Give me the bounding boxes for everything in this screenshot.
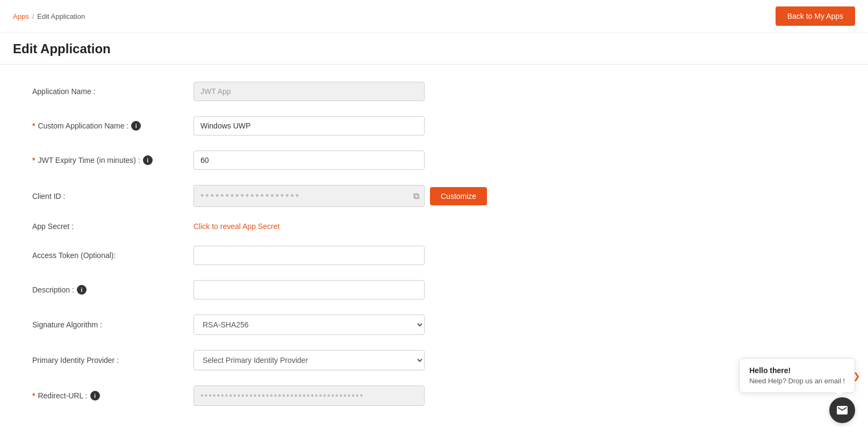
- page-header: Apps / Edit Application Back to My Apps: [0, 0, 868, 33]
- access-token-input[interactable]: [193, 246, 425, 265]
- chat-bubble-title: Hello there!: [749, 366, 845, 375]
- required-star-custom: *: [32, 121, 35, 130]
- client-id-row: Client ID : ⧉ Customize: [32, 185, 505, 207]
- signature-algorithm-select[interactable]: RSA-SHA256 HS256 HS384 HS512: [193, 315, 425, 335]
- breadcrumb-current: Edit Application: [37, 12, 85, 20]
- signature-algorithm-row: Signature Algorithm : RSA-SHA256 HS256 H…: [32, 315, 505, 335]
- client-id-input-wrap: ⧉: [193, 185, 425, 207]
- required-star-jwt: *: [32, 156, 35, 165]
- jwt-expiry-label: * JWT Expiry Time (in minutes) : i: [32, 155, 193, 165]
- edit-application-form: Application Name : * Custom Application …: [0, 65, 537, 436]
- client-id-label: Client ID :: [32, 192, 193, 201]
- access-token-row: Access Token (Optional):: [32, 246, 505, 265]
- jwt-expiry-row: * JWT Expiry Time (in minutes) : i: [32, 151, 505, 170]
- required-star-redirect: *: [32, 391, 35, 400]
- redirect-url-label: * Redirect-URL : i: [32, 391, 193, 401]
- redirect-url-input: [193, 385, 425, 406]
- primary-idp-row: Primary Identity Provider : Select Prima…: [32, 350, 505, 370]
- breadcrumb-separator: /: [32, 12, 34, 20]
- app-secret-label: App Secret :: [32, 222, 193, 231]
- primary-idp-label: Primary Identity Provider :: [32, 356, 193, 364]
- description-input[interactable]: [193, 280, 425, 299]
- chat-bubble: Hello there! Need Help? Drop us an email…: [739, 358, 855, 393]
- app-name-input[interactable]: [193, 82, 425, 101]
- description-label-text: Description :: [32, 285, 74, 294]
- description-info-icon[interactable]: i: [77, 285, 87, 295]
- app-name-row: Application Name :: [32, 82, 505, 101]
- redirect-url-info-icon[interactable]: i: [90, 391, 100, 401]
- client-id-input: [193, 185, 425, 207]
- chat-expand-arrow-icon[interactable]: ❯: [853, 370, 860, 381]
- reveal-app-secret-link[interactable]: Click to reveal App Secret: [193, 222, 279, 231]
- customize-button[interactable]: Customize: [430, 187, 487, 205]
- redirect-url-label-text: Redirect-URL :: [38, 391, 87, 400]
- page-title: Edit Application: [0, 33, 868, 65]
- signature-algorithm-label: Signature Algorithm :: [32, 320, 193, 329]
- breadcrumb-apps-link[interactable]: Apps: [13, 12, 29, 20]
- breadcrumb: Apps / Edit Application: [13, 12, 85, 20]
- chat-button[interactable]: [829, 397, 855, 423]
- jwt-expiry-input[interactable]: [193, 151, 425, 170]
- chat-widget: Hello there! Need Help? Drop us an email…: [739, 358, 855, 423]
- app-secret-row: App Secret : Click to reveal App Secret: [32, 222, 505, 231]
- description-row: Description : i: [32, 280, 505, 299]
- redirect-url-row: * Redirect-URL : i: [32, 385, 505, 406]
- app-name-label: Application Name :: [32, 87, 193, 96]
- custom-app-name-row: * Custom Application Name : i: [32, 116, 505, 135]
- chat-bubble-subtitle: Need Help? Drop us an email !: [749, 377, 845, 385]
- redirect-url-wrap: [193, 385, 425, 406]
- back-to-apps-button[interactable]: Back to My Apps: [776, 6, 855, 26]
- chat-envelope-icon: [836, 404, 849, 417]
- jwt-expiry-info-icon[interactable]: i: [143, 155, 153, 165]
- custom-app-name-label: * Custom Application Name : i: [32, 121, 193, 131]
- custom-app-name-input[interactable]: [193, 116, 425, 135]
- client-id-wrapper: ⧉ Customize: [193, 185, 487, 207]
- copy-icon[interactable]: ⧉: [413, 191, 419, 201]
- description-label: Description : i: [32, 285, 193, 295]
- custom-app-name-label-text: Custom Application Name :: [38, 121, 128, 130]
- custom-app-name-info-icon[interactable]: i: [131, 121, 141, 131]
- jwt-expiry-label-text: JWT Expiry Time (in minutes) :: [38, 156, 140, 165]
- access-token-label: Access Token (Optional):: [32, 251, 193, 260]
- primary-idp-select[interactable]: Select Primary Identity Provider: [193, 350, 425, 370]
